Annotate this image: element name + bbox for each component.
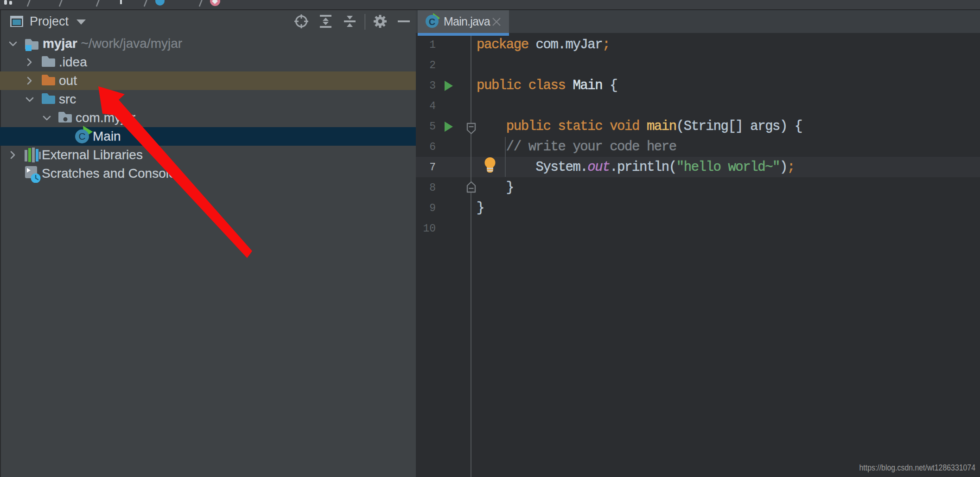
svg-text:C: C [429,17,435,27]
